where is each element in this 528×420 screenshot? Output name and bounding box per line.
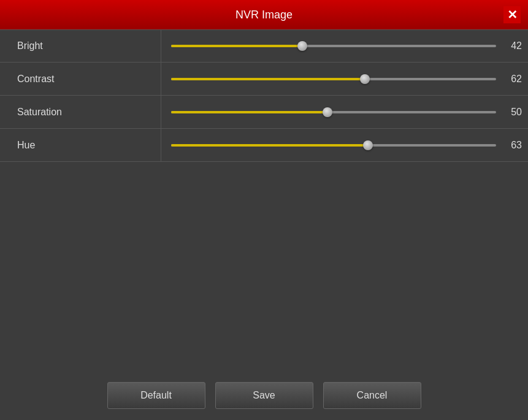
slider-wrapper-hue[interactable] <box>171 139 496 151</box>
slider-wrapper-saturation[interactable] <box>171 106 496 118</box>
slider-label-saturation: Saturation <box>0 96 161 128</box>
slider-thumb[interactable] <box>360 74 370 84</box>
slider-control-hue[interactable]: 63 <box>161 129 528 161</box>
slider-control-contrast[interactable]: 62 <box>161 63 528 95</box>
slider-value: 63 <box>503 140 522 151</box>
slider-track-fill <box>171 144 368 147</box>
sliders-container: Bright 42 Contrast 62 Saturation <box>0 29 528 162</box>
slider-row: Saturation 50 <box>0 96 528 129</box>
slider-wrapper-contrast[interactable] <box>171 73 496 85</box>
dialog-content: Bright 42 Contrast 62 Saturation <box>0 29 528 371</box>
slider-wrapper-bright[interactable] <box>171 40 496 52</box>
slider-value: 50 <box>503 107 522 118</box>
slider-label-bright: Bright <box>0 30 161 62</box>
close-button[interactable]: ✕ <box>503 6 521 23</box>
slider-control-bright[interactable]: 42 <box>161 30 528 62</box>
slider-label-hue: Hue <box>0 129 161 161</box>
slider-value: 62 <box>503 74 522 85</box>
nvr-image-dialog: NVR Image ✕ Bright 42 Contrast <box>0 0 528 420</box>
empty-space <box>0 162 528 371</box>
dialog-title: NVR Image <box>235 9 293 21</box>
slider-thumb[interactable] <box>323 107 332 117</box>
slider-thumb[interactable] <box>297 41 307 51</box>
slider-thumb[interactable] <box>363 140 373 150</box>
slider-control-saturation[interactable]: 50 <box>161 96 528 128</box>
footer: Default Save Cancel <box>0 371 528 420</box>
slider-track-fill <box>171 78 365 80</box>
title-bar: NVR Image ✕ <box>0 0 528 29</box>
slider-row: Hue 63 <box>0 129 528 162</box>
default-button[interactable]: Default <box>107 382 205 409</box>
slider-value: 42 <box>503 40 522 52</box>
slider-track-fill <box>171 45 302 47</box>
slider-row: Contrast 62 <box>0 63 528 96</box>
slider-label-contrast: Contrast <box>0 63 161 95</box>
cancel-button[interactable]: Cancel <box>323 382 421 409</box>
slider-row: Bright 42 <box>0 29 528 63</box>
save-button[interactable]: Save <box>215 382 313 409</box>
slider-track-fill <box>171 111 327 113</box>
